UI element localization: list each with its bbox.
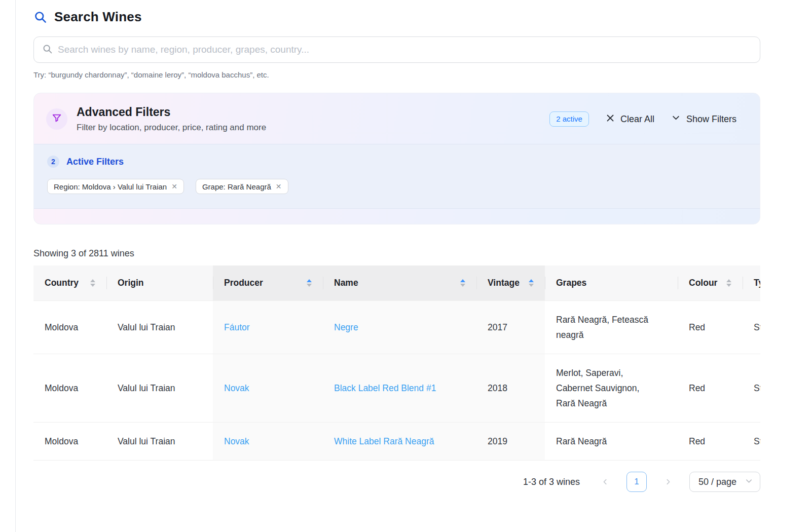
cell-name: Black Label Red Blend #1 <box>323 354 476 423</box>
wine-name-link[interactable]: Black Label Red Blend #1 <box>334 383 436 393</box>
wines-table-wrap: Country Origin Producer <box>33 265 760 461</box>
close-icon <box>606 114 614 125</box>
results-summary: Showing 3 of 2811 wines <box>33 248 760 259</box>
cell-grapes: Rară Neagră <box>545 423 678 461</box>
page-1-button[interactable]: 1 <box>626 472 647 492</box>
producer-link[interactable]: Fáutor <box>224 322 250 332</box>
column-header-country[interactable]: Country <box>33 265 106 301</box>
cell-grapes: Merlot, Saperavi, Cabernet Sauvignon, Ra… <box>545 354 678 423</box>
table-row: Moldova Valul lui Traian Novak White Lab… <box>33 423 760 461</box>
filter-chip-region: Region: Moldova › Valul lui Traian ✕ <box>47 179 184 194</box>
cell-country: Moldova <box>33 301 106 354</box>
page-title: Search Wines <box>54 9 142 25</box>
search-box <box>33 36 760 63</box>
filter-chip-region-label: Region: Moldova › Valul lui Traian <box>54 182 167 191</box>
cell-colour: Red <box>678 423 743 461</box>
clear-all-button[interactable]: Clear All <box>606 114 654 125</box>
sort-icon-ascending <box>460 279 465 287</box>
active-count-badge: 2 active <box>549 111 589 127</box>
cell-producer: Novak <box>213 423 323 461</box>
cell-type: Still <box>743 354 760 423</box>
search-hint: Try: “burgundy chardonnay”, “domaine ler… <box>33 70 760 79</box>
cell-type: Still <box>743 423 760 461</box>
column-header-colour[interactable]: Colour <box>678 265 743 301</box>
filters-subtitle: Filter by location, producer, price, rat… <box>77 123 266 133</box>
show-filters-label: Show Filters <box>686 114 736 125</box>
chip-remove-icon[interactable]: ✕ <box>276 183 282 190</box>
producer-link[interactable]: Novak <box>224 383 249 393</box>
cell-origin: Valul lui Traian <box>106 301 213 354</box>
cell-type: Still <box>743 301 760 354</box>
page-header: Search Wines <box>33 9 760 25</box>
cell-name: White Label Rară Neagră <box>323 423 476 461</box>
search-wines-page: Search Wines Try: “burgundy chardonnay”,… <box>33 0 760 507</box>
pagination-summary: 1-3 of 3 wines <box>523 477 580 487</box>
page-size-select[interactable]: 50 / page <box>689 472 760 492</box>
column-header-type[interactable]: Type <box>743 265 760 301</box>
chevron-down-icon <box>745 477 753 487</box>
sort-icon-ascending <box>307 279 312 287</box>
cell-producer: Novak <box>213 354 323 423</box>
active-filters-section: 2 Active Filters Region: Moldova › Valul… <box>34 144 760 209</box>
filters-title: Advanced Filters <box>77 105 266 119</box>
previous-page-button[interactable] <box>597 474 613 490</box>
cell-vintage: 2019 <box>476 423 545 461</box>
producer-link[interactable]: Novak <box>224 436 249 446</box>
filter-chip-grape-label: Grape: Rară Neagră <box>202 182 271 191</box>
sort-icon <box>90 279 95 287</box>
next-page-button[interactable] <box>660 474 676 490</box>
filter-chip-grape: Grape: Rară Neagră ✕ <box>196 179 288 194</box>
cell-country: Moldova <box>33 423 106 461</box>
advanced-filters-panel: Advanced Filters Filter by location, pro… <box>33 93 760 224</box>
cell-grapes: Rară Neagră, Fetească neagră <box>545 301 678 354</box>
chip-remove-icon[interactable]: ✕ <box>171 183 177 190</box>
wines-table: Country Origin Producer <box>33 265 760 461</box>
search-input-icon <box>42 44 53 56</box>
column-header-origin: Origin <box>106 265 213 301</box>
table-header-row: Country Origin Producer <box>33 265 760 301</box>
column-header-grapes: Grapes <box>545 265 678 301</box>
wine-name-link[interactable]: Negre <box>334 322 358 332</box>
sort-icon <box>726 279 731 287</box>
column-header-producer[interactable]: Producer <box>213 265 323 301</box>
wine-name-link[interactable]: White Label Rară Neagră <box>334 436 434 446</box>
table-row: Moldova Valul lui Traian Novak Black Lab… <box>33 354 760 423</box>
active-filters-count: 2 <box>47 156 59 168</box>
cell-vintage: 2018 <box>476 354 545 423</box>
cell-origin: Valul lui Traian <box>106 423 213 461</box>
table-row: Moldova Valul lui Traian Fáutor Negre 20… <box>33 301 760 354</box>
sort-icon-ascending <box>529 279 534 287</box>
cell-colour: Red <box>678 301 743 354</box>
cell-name: Negre <box>323 301 476 354</box>
cell-vintage: 2017 <box>476 301 545 354</box>
funnel-icon <box>51 112 62 126</box>
column-header-name[interactable]: Name <box>323 265 476 301</box>
cell-country: Moldova <box>33 354 106 423</box>
search-title-icon <box>33 10 47 24</box>
pane-divider <box>15 0 16 532</box>
page-size-value: 50 / page <box>698 477 736 487</box>
cell-colour: Red <box>678 354 743 423</box>
cell-origin: Valul lui Traian <box>106 354 213 423</box>
filter-funnel-badge <box>46 108 67 130</box>
column-header-vintage[interactable]: Vintage <box>476 265 545 301</box>
chevron-down-icon <box>672 113 680 125</box>
search-input[interactable] <box>58 44 752 55</box>
show-filters-toggle[interactable]: Show Filters <box>672 113 736 125</box>
cell-producer: Fáutor <box>213 301 323 354</box>
active-filters-label: Active Filters <box>66 157 124 167</box>
clear-all-label: Clear All <box>620 114 654 125</box>
pagination: 1-3 of 3 wines 1 50 / page <box>33 472 760 507</box>
